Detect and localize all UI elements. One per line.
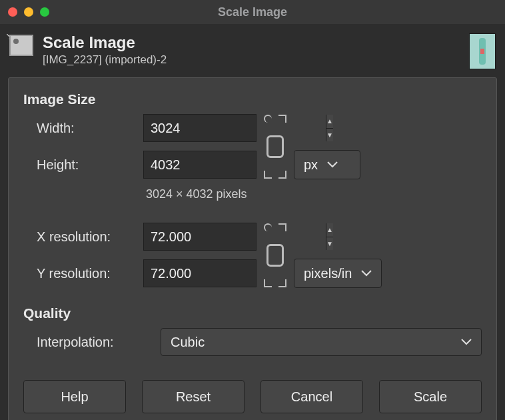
cancel-button[interactable]: Cancel xyxy=(260,380,363,413)
scale-image-icon: ↘ xyxy=(9,35,33,59)
resolution-unit-value: pixels/in xyxy=(304,266,352,281)
interpolation-dropdown[interactable]: Cubic xyxy=(161,328,482,356)
x-res-step-up[interactable]: ▲ xyxy=(326,223,333,237)
help-button[interactable]: Help xyxy=(23,380,126,413)
minimize-window-button[interactable] xyxy=(24,7,33,17)
interpolation-value: Cubic xyxy=(171,335,205,350)
image-preview-thumbnail xyxy=(469,33,496,69)
height-spinbox[interactable]: ▲ ▼ xyxy=(143,151,256,179)
width-spinbox[interactable]: ▲ ▼ xyxy=(143,114,256,142)
chevron-down-icon xyxy=(327,161,338,168)
height-label: Height: xyxy=(23,157,137,173)
width-step-down[interactable]: ▼ xyxy=(326,129,333,142)
quality-section-title: Quality xyxy=(23,305,482,321)
chevron-down-icon xyxy=(461,339,472,345)
size-unit-dropdown[interactable]: px xyxy=(294,150,360,179)
y-resolution-spinbox[interactable]: ▲ ▼ xyxy=(143,259,256,287)
width-step-up[interactable]: ▲ xyxy=(326,115,333,129)
x-resolution-label: X resolution: xyxy=(23,229,137,245)
y-resolution-label: Y resolution: xyxy=(23,266,137,281)
width-label: Width: xyxy=(23,121,137,136)
x-res-step-down[interactable]: ▼ xyxy=(326,237,333,251)
reset-button[interactable]: Reset xyxy=(142,380,245,413)
maximize-window-button[interactable] xyxy=(40,7,49,17)
link-dimensions-toggle[interactable] xyxy=(265,127,285,167)
close-window-button[interactable] xyxy=(8,7,17,17)
width-input[interactable] xyxy=(144,115,326,141)
window-title: Scale Image xyxy=(218,5,287,19)
dialog-panel: Image Size Width: ▲ ▼ Height: xyxy=(8,77,497,420)
window-controls xyxy=(8,7,49,17)
dialog-header: ↘ Scale Image [IMG_2237] (imported)-2 xyxy=(4,27,501,75)
resolution-unit-dropdown[interactable]: pixels/in xyxy=(294,259,382,288)
x-resolution-spinbox[interactable]: ▲ ▼ xyxy=(143,223,256,251)
link-resolution-toggle[interactable] xyxy=(265,235,285,275)
scale-button[interactable]: Scale xyxy=(379,380,482,413)
chain-link-icon xyxy=(266,244,284,267)
pixel-dimensions-note: 3024 × 4032 pixels xyxy=(143,187,407,201)
x-resolution-input[interactable] xyxy=(144,223,326,250)
dialog-subtitle: [IMG_2237] (imported)-2 xyxy=(43,53,167,67)
image-size-section-title: Image Size xyxy=(23,91,482,107)
titlebar: Scale Image xyxy=(0,0,505,24)
interpolation-label: Interpolation: xyxy=(23,335,150,350)
dialog-button-row: Help Reset Cancel Scale xyxy=(23,380,482,413)
chain-link-icon xyxy=(266,135,284,158)
dialog-title: Scale Image xyxy=(43,33,167,52)
chevron-down-icon xyxy=(361,270,372,277)
size-unit-value: px xyxy=(304,157,318,173)
